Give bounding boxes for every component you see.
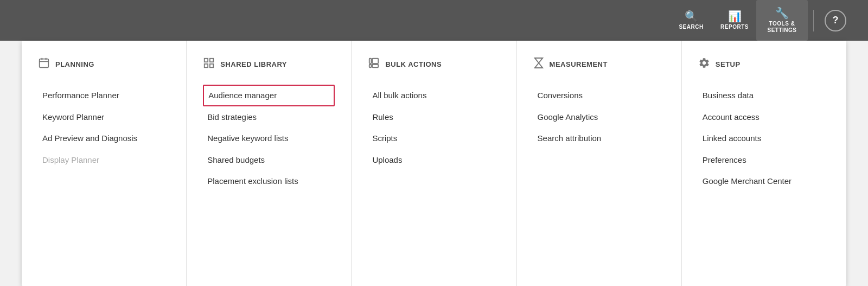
svg-rect-7 — [210, 64, 213, 67]
svg-rect-6 — [205, 64, 208, 67]
menu-item-keyword-planner[interactable]: Keyword Planner — [38, 106, 170, 128]
svg-rect-0 — [40, 59, 49, 68]
svg-rect-10 — [373, 65, 379, 68]
planning-header-icon — [38, 57, 50, 72]
menu-item-all-bulk-actions[interactable]: All bulk actions — [368, 85, 500, 106]
measurement-header-icon — [533, 57, 544, 72]
column-header-measurement: MEASUREMENT — [533, 57, 665, 72]
svg-rect-4 — [205, 59, 208, 62]
svg-rect-5 — [210, 59, 213, 62]
column-planning: PLANNINGPerformance PlannerKeyword Plann… — [22, 41, 187, 286]
svg-rect-11 — [369, 65, 372, 68]
column-header-planning: PLANNING — [38, 57, 170, 72]
bulk-actions-header-text: BULK ACTIONS — [385, 60, 442, 68]
column-setup: SETUPBusiness dataAccount accessLinked a… — [682, 41, 846, 286]
help-button[interactable]: ? — [825, 10, 846, 31]
menu-item-account-access[interactable]: Account access — [698, 106, 830, 128]
menu-item-audience-manager[interactable]: Audience manager — [203, 85, 335, 106]
column-header-shared-library: SHARED LIBRARY — [203, 57, 335, 72]
menu-item-linked-accounts[interactable]: Linked accounts — [698, 128, 830, 149]
shared-library-header-icon — [203, 57, 215, 72]
svg-rect-9 — [369, 59, 372, 63]
help-icon: ? — [833, 15, 839, 26]
menu-item-shared-budgets[interactable]: Shared budgets — [203, 149, 335, 171]
menu-item-search-attribution[interactable]: Search attribution — [533, 128, 665, 149]
search-label: SEARCH — [679, 24, 703, 30]
menu-item-negative-keyword-lists[interactable]: Negative keyword lists — [203, 128, 335, 149]
measurement-header-text: MEASUREMENT — [550, 60, 608, 68]
search-icon: 🔍 — [685, 11, 698, 22]
reports-button[interactable]: 📊 REPORTS — [713, 0, 756, 41]
menu-item-preferences[interactable]: Preferences — [698, 149, 830, 171]
top-bar: 🔍 SEARCH 📊 REPORTS 🔧 TOOLS & SETTINGS ? — [0, 0, 868, 41]
setup-header-text: SETUP — [716, 60, 741, 68]
menu-item-conversions[interactable]: Conversions — [533, 85, 665, 106]
menu-item-bid-strategies[interactable]: Bid strategies — [203, 106, 335, 128]
setup-header-icon — [698, 57, 710, 72]
column-header-setup: SETUP — [698, 57, 830, 72]
tools-icon: 🔧 — [775, 8, 789, 18]
column-bulk-actions: BULK ACTIONSAll bulk actionsRulesScripts… — [352, 41, 516, 286]
svg-rect-8 — [373, 59, 379, 63]
menu-item-placement-exclusion-lists[interactable]: Placement exclusion lists — [203, 170, 335, 192]
reports-label: REPORTS — [720, 24, 749, 30]
planning-header-text: PLANNING — [55, 60, 94, 68]
svg-marker-12 — [534, 58, 542, 68]
dropdown-menu: PLANNINGPerformance PlannerKeyword Plann… — [22, 41, 846, 286]
column-shared-library: SHARED LIBRARYAudience managerBid strate… — [187, 41, 352, 286]
menu-item-google-merchant-center[interactable]: Google Merchant Center — [698, 170, 830, 192]
tools-settings-button[interactable]: 🔧 TOOLS & SETTINGS — [756, 0, 808, 41]
menu-item-business-data[interactable]: Business data — [698, 85, 830, 106]
menu-item-google-analytics[interactable]: Google Analytics — [533, 106, 665, 128]
top-bar-actions: 🔍 SEARCH 📊 REPORTS 🔧 TOOLS & SETTINGS ? — [669, 0, 846, 41]
column-header-bulk-actions: BULK ACTIONS — [368, 57, 500, 72]
bulk-actions-header-icon — [368, 57, 380, 72]
tools-label: TOOLS & SETTINGS — [767, 21, 796, 34]
column-measurement: MEASUREMENTConversionsGoogle AnalyticsSe… — [517, 41, 682, 286]
reports-icon: 📊 — [728, 11, 742, 22]
divider — [813, 10, 814, 31]
menu-item-ad-preview-and-diagnosis[interactable]: Ad Preview and Diagnosis — [38, 128, 170, 149]
menu-item-rules[interactable]: Rules — [368, 106, 500, 128]
menu-item-performance-planner[interactable]: Performance Planner — [38, 85, 170, 106]
menu-item-uploads[interactable]: Uploads — [368, 149, 500, 171]
menu-item-scripts[interactable]: Scripts — [368, 128, 500, 149]
shared-library-header-text: SHARED LIBRARY — [220, 60, 287, 68]
search-button[interactable]: 🔍 SEARCH — [669, 0, 713, 41]
menu-item-display-planner: Display Planner — [38, 149, 170, 171]
